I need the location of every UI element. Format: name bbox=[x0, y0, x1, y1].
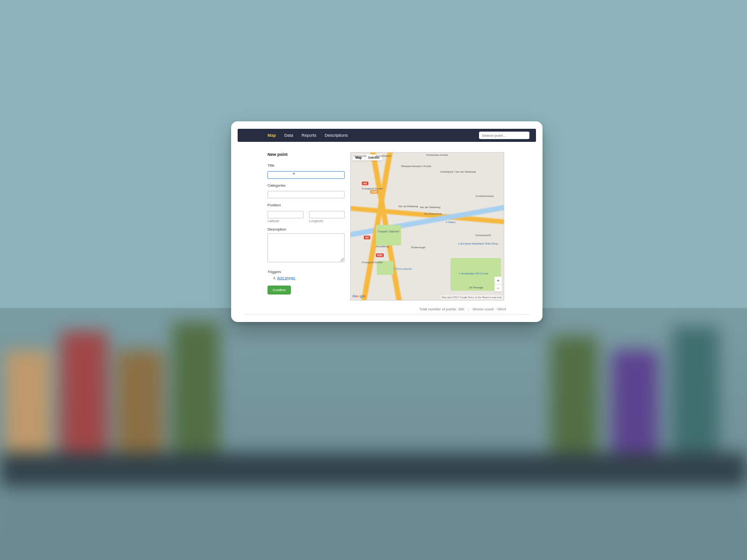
title-input[interactable] bbox=[268, 171, 345, 179]
form-heading: New point bbox=[268, 152, 345, 157]
map-panel: Map Satellite A2A10A2E35 OveramstelAmste… bbox=[350, 152, 506, 301]
map-poi[interactable]: Ons Lustoord bbox=[394, 267, 411, 270]
road-badge: E35 bbox=[376, 253, 384, 257]
map-label: Tuinpark "Dijkzicht" bbox=[378, 230, 400, 233]
triggers-label: Triggers bbox=[268, 270, 345, 274]
categories-input[interactable] bbox=[268, 191, 345, 198]
longitude-input[interactable] bbox=[309, 211, 345, 218]
new-point-form: New point Title ⌖ Categories Position La… bbox=[268, 152, 345, 301]
description-label: Description bbox=[268, 227, 345, 231]
map-label: Amstelbrug bbox=[376, 245, 389, 248]
search-input[interactable] bbox=[479, 132, 529, 139]
confirm-button[interactable]: Confirm bbox=[268, 286, 291, 294]
title-label: Title bbox=[268, 163, 345, 168]
footer-divider bbox=[244, 314, 529, 315]
zoom-in-button[interactable]: + bbox=[494, 277, 502, 284]
map-label: De Flinesstraat bbox=[424, 212, 442, 215]
map-label: Overamstel bbox=[353, 154, 366, 157]
zoom-control: + − bbox=[494, 277, 502, 292]
map-poi[interactable]: Eurolines Nederland Ticket Shop… bbox=[458, 242, 500, 245]
map-label: De Passage bbox=[469, 286, 483, 289]
nav-map[interactable]: Map bbox=[268, 133, 276, 138]
nav-reports[interactable]: Reports bbox=[302, 133, 317, 138]
map-label: Amstelpark / Van der Madeweg bbox=[440, 170, 476, 173]
map-label: Van der Madeweg bbox=[420, 206, 440, 209]
map-label: Weespertrekvaart / Amstel bbox=[401, 165, 431, 168]
position-label: Position bbox=[268, 203, 345, 207]
map-attribution[interactable]: Map data ©2017 Google Terms of Use Repor… bbox=[441, 295, 503, 299]
nav-descriptions[interactable]: Descriptions bbox=[325, 133, 348, 138]
map-label: Van de Madeweg bbox=[398, 205, 418, 208]
add-trigger-link[interactable]: Add trigger bbox=[277, 276, 295, 280]
map-poi[interactable]: Makro bbox=[446, 221, 456, 224]
road-badge: A10 bbox=[370, 190, 378, 194]
longitude-sublabel: Longitude bbox=[309, 219, 345, 223]
latitude-sublabel: Latitude bbox=[268, 219, 303, 223]
map-label: Amstelstation bbox=[376, 154, 391, 157]
categories-label: Categories bbox=[268, 183, 345, 188]
map-label: Kruislaan/straat bbox=[476, 195, 493, 197]
latitude-input[interactable] bbox=[268, 211, 303, 218]
words-count: Words count: ~8914 bbox=[472, 307, 506, 311]
nav-data[interactable]: Data bbox=[284, 133, 293, 138]
map-poi[interactable]: Amsterdam Old Course bbox=[459, 272, 488, 275]
description-textarea[interactable] bbox=[268, 233, 345, 262]
points-count: Total number of points: 160 bbox=[419, 307, 465, 311]
app-window: Map Data Reports Descriptions New point … bbox=[231, 121, 543, 322]
map-label: Amsterdam Amstel bbox=[426, 154, 448, 156]
map-label: Buitensingel bbox=[411, 246, 425, 249]
map-label: Knooppunt Amstel bbox=[362, 261, 383, 264]
trigger-item-number: 1. bbox=[273, 276, 276, 280]
map-label: Knooppunt Amstel bbox=[362, 187, 383, 190]
google-logo: Google bbox=[352, 294, 366, 298]
nav-bar: Map Data Reports Descriptions bbox=[238, 129, 536, 142]
map-canvas[interactable]: Map Satellite A2A10A2E35 OveramstelAmste… bbox=[350, 152, 504, 301]
footer-stats: Total number of points: 160 | Words coun… bbox=[238, 304, 536, 311]
map-label: Duivendrecht bbox=[476, 234, 491, 237]
footer-separator: | bbox=[468, 307, 469, 311]
road-badge: A2 bbox=[362, 182, 368, 185]
road-badge: A2 bbox=[364, 236, 370, 239]
zoom-out-button[interactable]: − bbox=[494, 284, 502, 292]
